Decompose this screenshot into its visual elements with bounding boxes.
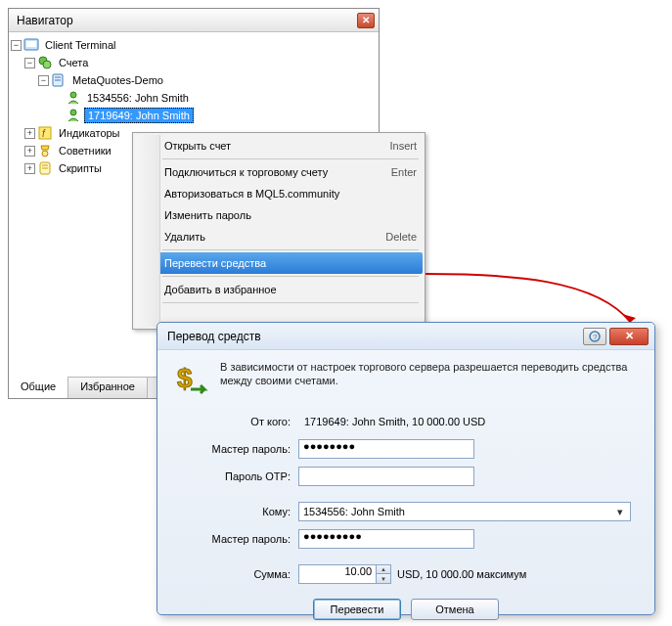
menu-change-password[interactable]: Изменить пароль: [135, 204, 423, 226]
menu-label: Удалить: [158, 231, 385, 243]
navigator-close-button[interactable]: ✕: [357, 13, 375, 28]
row-to: Кому: 1534556: John Smith ▾: [171, 499, 641, 524]
row-master-pass-2: Мастер пароль: ●●●●●●●●●: [171, 526, 641, 552]
scripts-icon: [37, 160, 53, 176]
menu-transfer-funds[interactable]: Перевести средства: [135, 252, 423, 274]
tree-label: 1534556: John Smith: [84, 91, 192, 105]
to-account-select[interactable]: 1534556: John Smith ▾: [298, 502, 631, 521]
expander-minus-icon[interactable]: −: [11, 40, 22, 51]
svg-point-21: [146, 231, 152, 237]
tree-server[interactable]: − MetaQuotes-Demo: [11, 71, 377, 89]
server-icon: [51, 72, 67, 88]
master-password-input-1[interactable]: ●●●●●●●●: [298, 439, 474, 459]
amount-spinner[interactable]: ▲ ▼: [377, 564, 391, 584]
tree-label: Советники: [56, 144, 114, 157]
tree-root[interactable]: − Client Terminal: [11, 36, 377, 54]
svg-text:?: ?: [593, 333, 598, 341]
menu-open-account[interactable]: Открыть счет Insert: [135, 135, 423, 156]
tree-label: Client Terminal: [42, 38, 119, 52]
menu-authorize[interactable]: 5 Авторизоваться в MQL5.community: [135, 183, 423, 204]
expander-minus-icon[interactable]: −: [24, 58, 35, 68]
delete-icon: [139, 228, 158, 246]
connect-icon: [139, 163, 158, 181]
chevron-down-icon: ▾: [612, 504, 628, 519]
master-pass-label-2: Мастер пароль:: [171, 533, 298, 545]
tree-account-1[interactable]: 1534556: John Smith: [11, 89, 377, 107]
menu-label: Добавить в избранное: [158, 284, 417, 295]
mql5-icon: 5: [139, 185, 158, 202]
tree-account-2[interactable]: 1719649: John Smith: [11, 107, 377, 124]
indicators-icon: f: [37, 125, 53, 141]
dialog-close-button[interactable]: ✕: [609, 328, 649, 345]
menu-shortcut: Enter: [391, 166, 417, 178]
tree-label-selected: 1719649: John Smith: [84, 108, 194, 123]
expander-plus-icon[interactable]: +: [24, 163, 35, 174]
svg-point-15: [146, 140, 152, 146]
otp-label: Пароль OTP:: [171, 470, 298, 482]
tree-accounts[interactable]: − Счета: [11, 54, 377, 71]
svg-point-3: [43, 61, 51, 68]
menu-add-favorite[interactable]: Добавить в избранное: [135, 279, 423, 300]
svg-rect-9: [39, 127, 51, 139]
menu-label: Открыть счет: [158, 140, 389, 152]
expander-minus-icon[interactable]: −: [38, 75, 49, 86]
key-icon: [139, 206, 158, 224]
menu-delete[interactable]: Удалить Delete: [135, 226, 423, 247]
account-icon: [66, 108, 81, 123]
menu-shortcut: Delete: [385, 231, 417, 243]
svg-point-7: [70, 92, 76, 98]
open-account-icon: [139, 137, 158, 155]
svg-point-19: [146, 209, 152, 215]
transfer-dialog: Перевод средств ? ✕ $ В зависимости от н…: [157, 322, 655, 615]
svg-point-16: [146, 166, 152, 172]
row-master-pass-1: Мастер пароль: ●●●●●●●●: [171, 436, 641, 462]
dialog-title: Перевод средств: [163, 330, 580, 343]
account-icon: [66, 90, 81, 106]
svg-text:$: $: [177, 363, 193, 393]
to-label: Кому:: [171, 506, 298, 517]
amount-suffix: USD, 10 000.00 максимум: [391, 568, 526, 580]
select-value: 1534556: John Smith: [303, 506, 405, 517]
svg-point-11: [42, 151, 48, 156]
transfer-button[interactable]: Перевести: [313, 599, 401, 620]
svg-marker-26: [143, 284, 155, 295]
row-otp: Пароль OTP:: [171, 464, 641, 489]
cancel-button[interactable]: Отмена: [411, 599, 499, 620]
refresh-icon: [139, 307, 158, 325]
spin-down-icon[interactable]: ▼: [377, 574, 390, 583]
dialog-body: $ В зависимости от настроек торгового се…: [157, 350, 654, 626]
dialog-titlebar: Перевод средств ? ✕: [157, 323, 654, 350]
context-menu: Открыть счет Insert Подключиться к торго…: [132, 132, 426, 330]
from-label: От кого:: [171, 416, 298, 427]
amount-label: Сумма:: [171, 568, 298, 580]
tree-label: Скрипты: [56, 161, 105, 175]
tab-general[interactable]: Общие: [9, 376, 68, 398]
navigator-titlebar: Навигатор ✕: [9, 9, 379, 32]
navigator-title: Навигатор: [13, 14, 73, 27]
spin-up-icon[interactable]: ▲: [377, 565, 390, 574]
tree-label: Индикаторы: [56, 126, 123, 140]
star-icon: [139, 281, 158, 298]
tree-label: Счета: [56, 56, 91, 69]
dialog-help-button[interactable]: ?: [583, 328, 606, 345]
menu-shortcut: Insert: [389, 140, 417, 152]
row-amount: Сумма: 10.00 ▲ ▼ USD, 10 000.00 максимум: [171, 561, 641, 587]
money-transfer-icon: $: [171, 360, 210, 399]
row-from: От кого: 1719649: John Smith, 10 000.00 …: [171, 409, 641, 434]
menu-label: Изменить пароль: [158, 209, 417, 221]
svg-rect-1: [26, 41, 36, 47]
master-password-input-2[interactable]: ●●●●●●●●●: [298, 529, 474, 549]
menu-connect[interactable]: Подключиться к торговому счету Enter: [135, 161, 423, 183]
svg-rect-20: [150, 216, 155, 219]
menu-label: Подключиться к торговому счету: [158, 166, 391, 178]
advisors-icon: [37, 143, 53, 158]
svg-marker-27: [142, 314, 145, 318]
expander-plus-icon[interactable]: +: [24, 146, 35, 156]
amount-input[interactable]: 10.00: [298, 564, 377, 584]
terminal-icon: [23, 37, 39, 53]
svg-point-8: [70, 110, 76, 115]
otp-input[interactable]: [298, 467, 474, 486]
menu-label: Перевести средства: [158, 257, 417, 269]
tab-favorites[interactable]: Избранное: [68, 378, 148, 398]
expander-plus-icon[interactable]: +: [24, 128, 35, 139]
